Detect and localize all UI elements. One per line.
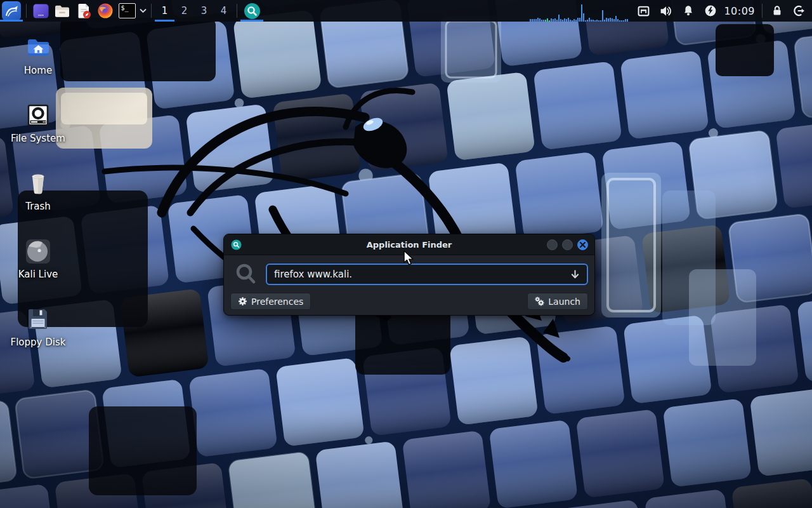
lock-icon: [771, 4, 783, 17]
power-manager-tray-button[interactable]: [704, 4, 717, 18]
text-editor-launcher[interactable]: [73, 0, 95, 22]
chevron-down-icon: [140, 8, 147, 13]
taskbar-application-finder-button[interactable]: [240, 0, 263, 22]
workspace-2[interactable]: 2: [174, 0, 194, 22]
desktop-icon-kali-live[interactable]: Kali Live: [3, 237, 73, 280]
workspace-3-label: 3: [201, 5, 207, 17]
minimize-button[interactable]: [547, 239, 558, 250]
app-window-launcher[interactable]: [30, 0, 51, 22]
logout-button[interactable]: [792, 4, 806, 18]
desktop-icon-file-system[interactable]: File System: [3, 101, 73, 144]
desktop-icon-label: Trash: [25, 201, 51, 212]
firefox-icon: [96, 2, 114, 20]
launcher-dropdown-chevron[interactable]: [138, 0, 148, 22]
desktop-icon-label: Floppy Disk: [11, 337, 66, 348]
file-manager-icon: [53, 2, 71, 20]
kali-menu-icon: [3, 3, 20, 19]
workspace-3[interactable]: 3: [194, 0, 214, 22]
workspace-4[interactable]: 4: [214, 0, 233, 22]
app-window-icon: [32, 3, 49, 20]
power-icon: [704, 4, 717, 17]
workspace-2-label: 2: [181, 5, 188, 17]
window-title: Application Finder: [224, 240, 594, 250]
close-icon: [580, 242, 586, 248]
application-finder-window: Application Finder: [223, 234, 595, 316]
maximize-button[interactable]: [562, 239, 573, 250]
top-panel: $_ 1 2 3 4: [0, 0, 812, 22]
search-icon: [233, 262, 259, 287]
panel-separator: [26, 4, 27, 18]
desktop-icon-label: File System: [11, 133, 65, 144]
finder-body: Preferences Launch: [224, 255, 594, 316]
search-input[interactable]: [266, 264, 588, 285]
firefox-launcher[interactable]: [95, 0, 116, 22]
desktop-icon-floppy-disk[interactable]: Floppy Disk: [3, 305, 73, 348]
floppy-disk-icon: [24, 305, 52, 333]
launch-run-icon: [535, 297, 544, 306]
optical-disc-icon: [23, 237, 53, 266]
workspace-1[interactable]: 1: [155, 0, 174, 22]
cpu-graph[interactable]: [530, 0, 630, 22]
workspace-1-label: 1: [162, 5, 168, 17]
notifications-tray-button[interactable]: [681, 4, 695, 18]
preferences-label: Preferences: [251, 297, 303, 307]
gear-icon: [238, 297, 247, 306]
text-editor-icon: [75, 2, 93, 20]
desktop-icon-trash[interactable]: Trash: [3, 169, 73, 212]
panel-separator: [762, 4, 763, 18]
volume-tray-button[interactable]: [659, 4, 672, 18]
desktop-icon-label: Kali Live: [18, 269, 58, 280]
panel-separator: [237, 4, 237, 18]
applications-menu-button[interactable]: [0, 0, 23, 22]
file-manager-launcher[interactable]: [51, 0, 73, 22]
launch-label: Launch: [548, 297, 580, 307]
logout-icon: [793, 4, 806, 17]
panel-separator: [151, 4, 152, 18]
preferences-button[interactable]: Preferences: [230, 293, 311, 310]
workspace-4-label: 4: [221, 5, 227, 17]
terminal-icon: $_: [119, 3, 136, 18]
titlebar[interactable]: Application Finder: [224, 234, 594, 255]
lock-screen-button[interactable]: [770, 4, 783, 18]
desktop-icon-home[interactable]: Home: [3, 33, 73, 76]
trash-icon: [24, 170, 52, 197]
application-finder-icon: [244, 3, 261, 20]
network-tray-button[interactable]: [637, 4, 650, 18]
bell-icon: [682, 4, 695, 17]
clock[interactable]: 10:09: [724, 5, 755, 17]
network-icon: [637, 4, 650, 18]
launch-button[interactable]: Launch: [527, 293, 588, 310]
volume-icon: [659, 4, 672, 18]
desktop-screen: $_ 1 2 3 4: [0, 0, 812, 508]
system-tray: 10:09: [530, 0, 812, 22]
terminal-launcher[interactable]: $_: [116, 0, 138, 22]
application-finder-window-icon: [231, 239, 242, 250]
desktop-icon-label: Home: [24, 65, 52, 76]
home-folder-icon: [24, 34, 52, 62]
close-button[interactable]: [577, 239, 588, 250]
hard-drive-icon: [24, 102, 52, 130]
